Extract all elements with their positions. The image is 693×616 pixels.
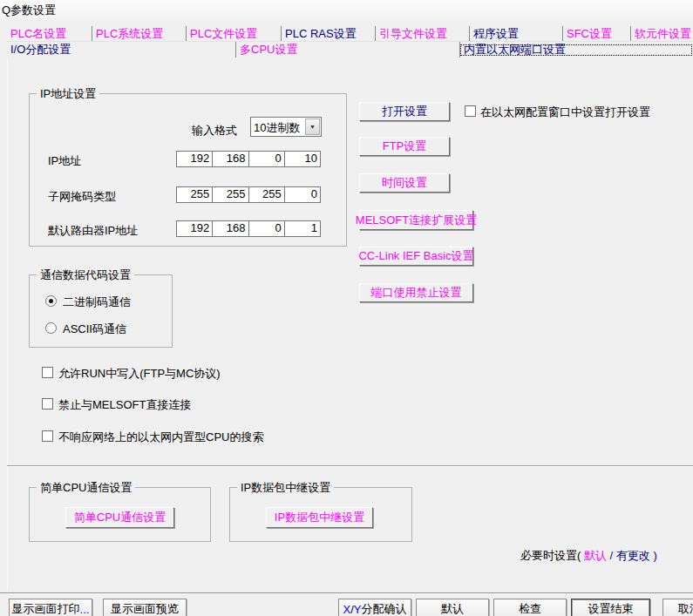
ip-address-label: IP地址 xyxy=(48,153,81,169)
melsoft-direct-checkbox[interactable] xyxy=(42,398,53,410)
required-prefix: 必要时设置( xyxy=(520,549,581,562)
print-screen-button[interactable]: 显示画面打印... xyxy=(9,599,92,616)
input-format-value: 10进制数 xyxy=(254,120,300,136)
binary-comm-radio[interactable] xyxy=(45,295,57,307)
page-title: Q参数设置 xyxy=(2,3,56,18)
router-octet[interactable]: 192 xyxy=(177,221,212,236)
cclink-ief-basic-button[interactable]: CC-Link IEF Basic设置 xyxy=(359,247,473,266)
comm-code-group-label: 通信数据代码设置 xyxy=(37,268,134,281)
ip-octet[interactable]: 10 xyxy=(284,152,320,166)
required-default[interactable]: 默认 xyxy=(584,549,607,562)
input-format-label: 输入格式 xyxy=(192,123,237,139)
input-format-select[interactable]: 10进制数 ▼ xyxy=(250,117,322,137)
default-button[interactable]: 默认 xyxy=(416,599,489,616)
selected-tab-focus-rect xyxy=(460,44,692,56)
subnet-mask-label: 子网掩码类型 xyxy=(48,189,116,205)
tab-plc-name[interactable]: PLC名设置 xyxy=(7,26,92,42)
time-settings-button[interactable]: 时间设置 xyxy=(359,173,450,193)
subnet-octet[interactable]: 255 xyxy=(248,187,284,202)
default-router-field[interactable]: 192 168 0 1 xyxy=(176,220,321,237)
router-octet[interactable]: 0 xyxy=(248,221,284,236)
melsoft-connection-button[interactable]: MELSOFT连接扩展设置 xyxy=(359,210,473,230)
tab-plc-ras[interactable]: PLC RAS设置 xyxy=(281,26,375,42)
router-octet[interactable]: 1 xyxy=(284,221,320,236)
tab-device[interactable]: 软元件设置 xyxy=(630,26,693,42)
ip-relay-button[interactable]: IP数据包中继设置 xyxy=(266,507,373,528)
ip-settings-group-label: IP地址设置 xyxy=(37,87,99,100)
no-response-label[interactable]: 不响应网络上的以太网内置型CPU的搜索 xyxy=(58,430,263,445)
default-router-label: 默认路由器IP地址 xyxy=(48,223,138,239)
tab-plc-system[interactable]: PLC系统设置 xyxy=(92,26,186,42)
ethernet-config-window-checkbox[interactable] xyxy=(465,105,476,117)
no-response-checkbox[interactable] xyxy=(42,430,53,442)
required-setting-legend: 必要时设置( 默认 / 有更改 ) xyxy=(520,548,657,564)
subnet-octet[interactable]: 255 xyxy=(212,187,248,202)
dialog-titlebar xyxy=(0,0,693,19)
tab-plc-file[interactable]: PLC文件设置 xyxy=(186,26,281,42)
finish-setting-button[interactable]: 设置结束 xyxy=(571,599,650,616)
ip-address-field[interactable]: 192 168 0 10 xyxy=(176,151,321,167)
tab-io-assignment[interactable]: I/O分配设置 xyxy=(7,42,235,58)
chevron-down-icon[interactable]: ▼ xyxy=(305,118,320,135)
ascii-comm-label[interactable]: ASCII码通信 xyxy=(63,322,126,337)
subnet-mask-field[interactable]: 255 255 255 0 xyxy=(176,186,321,203)
ethernet-config-window-label[interactable]: 在以太网配置窗口中设置打开设置 xyxy=(480,105,650,120)
tab-program[interactable]: 程序设置 xyxy=(469,26,562,42)
print-ellipsis: ... xyxy=(80,603,90,616)
open-settings-button[interactable]: 打开设置 xyxy=(359,102,450,121)
run-write-checkbox[interactable] xyxy=(42,367,53,378)
router-octet[interactable]: 168 xyxy=(212,221,248,236)
check-button[interactable]: 检查 xyxy=(493,599,567,616)
ip-octet[interactable]: 192 xyxy=(177,152,212,166)
section-divider-highlight xyxy=(7,466,693,467)
required-changed[interactable]: 有更改 xyxy=(616,549,650,562)
ascii-comm-radio[interactable] xyxy=(45,322,57,334)
required-suffix: ) xyxy=(653,549,656,562)
ip-relay-group-label: IP数据包中继设置 xyxy=(237,481,334,494)
binary-comm-label[interactable]: 二进制码通信 xyxy=(63,294,131,310)
footer-divider-highlight xyxy=(0,593,693,594)
preview-screen-button[interactable]: 显示画面预览 xyxy=(103,599,187,616)
required-slash: / xyxy=(610,549,616,562)
ftp-settings-button[interactable]: FTP设置 xyxy=(359,137,450,156)
subnet-octet[interactable]: 255 xyxy=(177,187,212,202)
simple-cpu-group-label: 简单CPU通信设置 xyxy=(37,481,135,494)
simple-cpu-button[interactable]: 简单CPU通信设置 xyxy=(65,507,174,528)
melsoft-direct-label[interactable]: 禁止与MELSOFT直接连接 xyxy=(58,397,191,413)
ip-octet[interactable]: 0 xyxy=(248,152,284,166)
tab-multi-cpu[interactable]: 多CPU设置 xyxy=(235,42,459,58)
ip-octet[interactable]: 168 xyxy=(212,152,248,166)
tab-sfc[interactable]: SFC设置 xyxy=(562,26,630,42)
cancel-button[interactable]: 取消 xyxy=(662,599,693,616)
tab-boot-file[interactable]: 引导文件设置 xyxy=(375,26,469,42)
subnet-octet[interactable]: 0 xyxy=(284,187,320,202)
xy-assignment-confirm-button[interactable]: X/Y分配确认 xyxy=(338,599,411,616)
run-write-label[interactable]: 允许RUN中写入(FTP与MC协议) xyxy=(58,366,221,382)
port-disable-button[interactable]: 端口使用禁止设置 xyxy=(359,283,473,302)
